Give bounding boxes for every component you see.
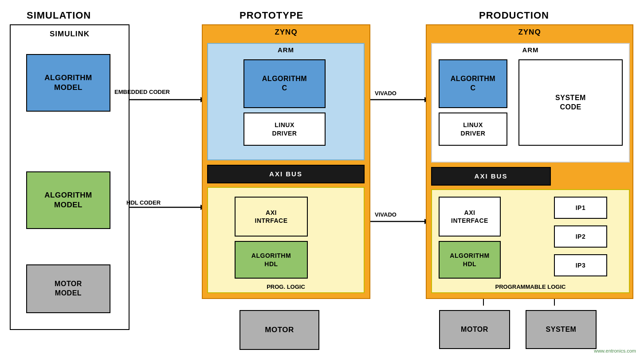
prototype-algo-c: ALGORITHMC bbox=[243, 59, 326, 108]
sim-motor-model: MOTORMODEL bbox=[26, 264, 110, 313]
production-ip2: IP2 bbox=[554, 225, 607, 248]
prototype-prog-container: AXIINTRFACE ALGORITHMHDL PROG. LOGIC bbox=[207, 187, 365, 293]
production-algo-c: ALGORITHMC bbox=[439, 59, 507, 108]
simulation-container: SIMULINK ALGORITHMMODEL ALGORITHMMODEL M… bbox=[10, 24, 130, 330]
production-linux-driver: LINUXDRIVER bbox=[439, 113, 507, 146]
hdl-coder-label: HDL CODER bbox=[126, 199, 161, 206]
prototype-algo-hdl: ALGORITHMHDL bbox=[235, 241, 308, 279]
production-system-code: SYSTEMCODE bbox=[518, 59, 623, 146]
production-prog-label: PROGRAMMABLE LOGIC bbox=[432, 283, 629, 290]
prototype-motor: MOTOR bbox=[240, 310, 319, 350]
prototype-axi-bus: AXI BUS bbox=[207, 165, 365, 183]
sim-algo-model-blue: ALGORITHMMODEL bbox=[26, 54, 110, 112]
prototype-arm-container: ARM ALGORITHMC LINUXDRIVER bbox=[207, 43, 365, 160]
production-header: PRODUCTION bbox=[479, 10, 549, 21]
production-arm-label: ARM bbox=[432, 44, 629, 56]
sim-algo-model-green: ALGORITHMMODEL bbox=[26, 171, 110, 229]
prototype-zynq-container: ZYNQ ARM ALGORITHMC LINUXDRIVER AXI BUS … bbox=[202, 24, 370, 299]
production-ip3: IP3 bbox=[554, 254, 607, 276]
production-motor: MOTOR bbox=[439, 310, 510, 349]
production-algo-hdl: ALGORITHMHDL bbox=[439, 241, 501, 279]
prototype-zynq-label: ZYNQ bbox=[203, 25, 369, 39]
prototype-header: PROTOTYPE bbox=[240, 10, 303, 21]
prototype-prog-label: PROG. LOGIC bbox=[208, 283, 364, 290]
embedded-coder-label: EMBEDDED CODER bbox=[114, 89, 170, 95]
production-zynq-container: ZYNQ ARM ALGORITHMC LINUXDRIVER SYSTEMCO… bbox=[426, 24, 633, 299]
production-axi-bus: AXI BUS bbox=[431, 167, 551, 186]
prototype-axi-interface: AXIINTRFACE bbox=[235, 197, 308, 237]
production-prog-container: AXIINTERFACE ALGORITHMHDL IP1 IP2 IP3 PR… bbox=[431, 189, 630, 293]
production-ip1: IP1 bbox=[554, 197, 607, 219]
prototype-linux-driver: LINUXDRIVER bbox=[243, 113, 326, 146]
vivado-bottom-label: VIVADO bbox=[375, 211, 397, 218]
production-axi-interface: AXIINTERFACE bbox=[439, 197, 501, 237]
production-zynq-label: ZYNQ bbox=[427, 25, 632, 39]
prototype-arm-label: ARM bbox=[208, 44, 364, 56]
simulation-header: SIMULATION bbox=[27, 10, 91, 21]
simulink-label: SIMULINK bbox=[11, 25, 129, 41]
vivado-top-label: VIVADO bbox=[375, 90, 397, 97]
production-arm-area: ARM ALGORITHMC LINUXDRIVER SYSTEMCODE bbox=[431, 43, 630, 163]
watermark: www.entronics.com bbox=[594, 348, 636, 353]
production-system: SYSTEM bbox=[526, 310, 597, 349]
diagram-container: SIMULATION PROTOTYPE PRODUCTION SIMULINK… bbox=[0, 0, 644, 357]
